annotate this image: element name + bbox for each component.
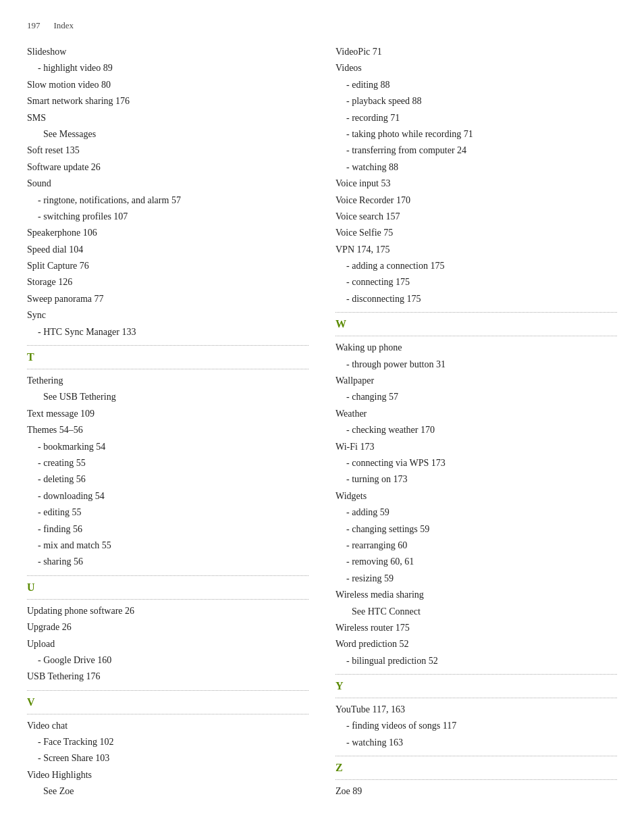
list-item: - taking photo while recording 71 — [336, 127, 617, 142]
list-item: - connecting 175 — [336, 275, 617, 290]
list-item: VPN 174, 175 — [336, 242, 617, 257]
list-item: SMS — [27, 111, 308, 126]
list-item: - editing 55 — [27, 505, 308, 520]
list-item: Voice Selfie 75 — [336, 226, 617, 240]
list-item: - recording 71 — [336, 111, 617, 126]
list-item: Zoe 89 — [336, 784, 617, 799]
list-item: Upgrade 26 — [27, 620, 308, 635]
list-item: - Google Drive 160 — [27, 653, 308, 668]
list-item: See Zoe — [27, 784, 308, 799]
list-item: See HTC Connect — [336, 604, 617, 619]
list-item: Split Capture 76 — [27, 259, 308, 273]
list-item: Voice Recorder 170 — [336, 193, 617, 208]
section-divider — [336, 336, 617, 336]
section-s-entries: Slideshow - highlight video 89 Slow moti… — [27, 45, 308, 340]
list-item: Wireless media sharing — [336, 588, 617, 602]
list-item: - finding videos of songs 117 — [336, 719, 617, 733]
list-item: Speakerphone 106 — [27, 226, 308, 240]
list-item: - finding 56 — [27, 522, 308, 537]
list-item: Storage 126 — [27, 275, 308, 290]
section-letter-v: V — [27, 696, 308, 708]
list-item: Wallpaper — [336, 373, 617, 388]
list-item: See Messages — [27, 127, 308, 142]
list-item: - changing settings 59 — [336, 522, 617, 537]
section-letter-y: Y — [336, 680, 617, 692]
list-item: - sharing 56 — [27, 554, 308, 569]
list-item: - resizing 59 — [336, 571, 617, 586]
list-item: - playback speed 88 — [336, 94, 617, 109]
list-item: Themes 54–56 — [27, 423, 308, 438]
list-item: Widgets — [336, 489, 617, 504]
list-item: - removing 60, 61 — [336, 554, 617, 569]
list-item: - Face Tracking 102 — [27, 735, 308, 750]
list-item: - bilingual prediction 52 — [336, 654, 617, 669]
list-item: Speed dial 104 — [27, 242, 308, 257]
list-item: Wi-Fi 173 — [336, 440, 617, 454]
section-divider — [336, 698, 617, 698]
list-item: USB Tethering 176 — [27, 669, 308, 684]
right-column: VideoPic 71 Videos - editing 88 - playba… — [336, 45, 617, 801]
list-item: Slow motion video 80 — [27, 78, 308, 93]
list-item: Video chat — [27, 719, 308, 733]
list-item: Tethering — [27, 373, 308, 388]
list-item: - adding 59 — [336, 505, 617, 520]
list-item: Text message 109 — [27, 407, 308, 421]
section-divider — [27, 345, 308, 346]
page-header: 197 Index — [27, 20, 617, 31]
list-item: - ringtone, notifications, and alarm 57 — [27, 193, 308, 208]
list-item: - connecting via WPS 173 — [336, 456, 617, 471]
list-item: Upload — [27, 637, 308, 652]
list-item: - disconnecting 175 — [336, 292, 617, 307]
list-item: - highlight video 89 — [27, 61, 308, 76]
section-divider — [336, 756, 617, 756]
section-letter-z: Z — [336, 762, 617, 774]
list-item: Sync — [27, 308, 308, 323]
list-item: Updating phone software 26 — [27, 604, 308, 619]
list-item: - watching 163 — [336, 735, 617, 750]
list-item: - transferring from computer 24 — [336, 143, 617, 158]
list-item: - changing 57 — [336, 390, 617, 405]
list-item: Soft reset 135 — [27, 143, 308, 158]
list-item: Software update 26 — [27, 160, 308, 175]
section-w-entries: Waking up phone - through power button 3… — [336, 340, 617, 669]
left-column: Slideshow - highlight video 89 Slow moti… — [27, 45, 308, 801]
list-item: Sweep panorama 77 — [27, 292, 308, 307]
section-v-right-entries: VideoPic 71 Videos - editing 88 - playba… — [336, 45, 617, 307]
list-item: - HTC Sync Manager 133 — [27, 325, 308, 340]
list-item: Word prediction 52 — [336, 637, 617, 652]
list-item: Slideshow — [27, 45, 308, 59]
list-item: - editing 88 — [336, 78, 617, 93]
section-divider — [27, 575, 308, 576]
section-v-entries: Video chat - Face Tracking 102 - Screen … — [27, 719, 308, 800]
section-z-entries: Zoe 89 — [336, 784, 617, 799]
section-y-entries: YouTube 117, 163 - finding videos of son… — [336, 702, 617, 750]
list-item: - creating 55 — [27, 456, 308, 471]
list-item: YouTube 117, 163 — [336, 702, 617, 717]
list-item: Weather — [336, 407, 617, 421]
list-item: See USB Tethering — [27, 390, 308, 405]
list-item: - adding a connection 175 — [336, 259, 617, 273]
list-item: - checking weather 170 — [336, 423, 617, 438]
list-item: Wireless router 175 — [336, 621, 617, 635]
list-item: - watching 88 — [336, 160, 617, 175]
list-item: - turning on 173 — [336, 472, 617, 487]
section-divider — [27, 690, 308, 691]
list-item: - mix and match 55 — [27, 538, 308, 553]
section-u-entries: Updating phone software 26 Upgrade 26 Up… — [27, 604, 308, 685]
section-title: Index — [54, 20, 74, 31]
section-divider — [336, 779, 617, 780]
section-divider — [336, 674, 617, 675]
list-item: - rearranging 60 — [336, 538, 617, 553]
list-item: - switching profiles 107 — [27, 209, 308, 224]
list-item: Video Highlights — [27, 768, 308, 783]
section-letter-u: U — [27, 581, 308, 594]
list-item: Voice input 53 — [336, 176, 617, 191]
list-item: - deleting 56 — [27, 472, 308, 487]
section-divider — [27, 714, 308, 714]
list-item: - bookmarking 54 — [27, 440, 308, 454]
page-number: 197 — [27, 20, 41, 31]
list-item: - downloading 54 — [27, 489, 308, 504]
section-t-entries: Tethering See USB Tethering Text message… — [27, 373, 308, 570]
section-letter-w: W — [336, 318, 617, 330]
list-item: - through power button 31 — [336, 357, 617, 372]
